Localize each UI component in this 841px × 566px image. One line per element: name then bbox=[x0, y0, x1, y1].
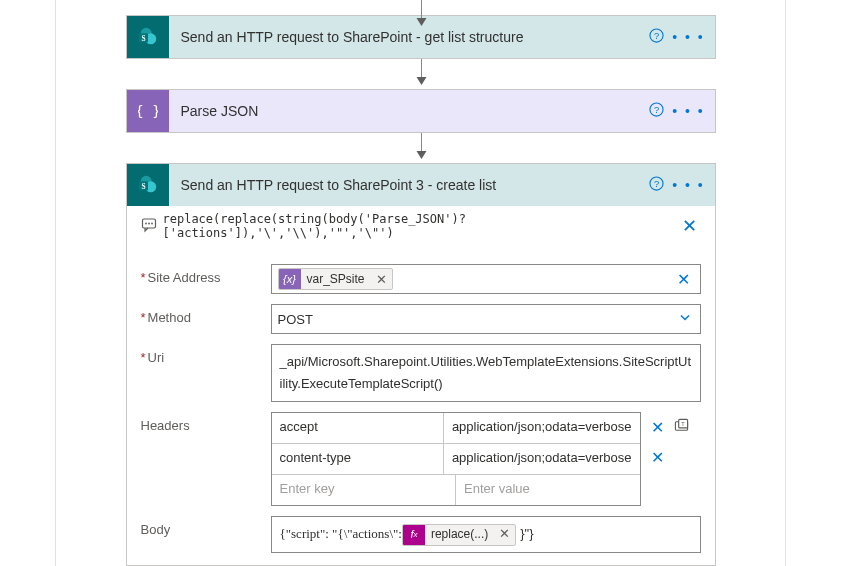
header-row-empty: Enter key Enter value bbox=[272, 474, 640, 505]
flow-arrow bbox=[56, 59, 785, 89]
flow-arrow bbox=[56, 0, 785, 15]
comment-icon bbox=[141, 217, 157, 236]
body-input[interactable]: {"script": "{\"actions\": fx replace(...… bbox=[271, 516, 701, 553]
header-key-input[interactable]: accept bbox=[272, 413, 443, 443]
peek-expression-text: replace(replace(string(body('Parse_JSON'… bbox=[157, 212, 678, 240]
delete-header-icon[interactable]: ✕ bbox=[647, 448, 668, 467]
close-icon[interactable]: ✕ bbox=[678, 215, 701, 237]
svg-point-18 bbox=[151, 222, 153, 224]
label-body: Body bbox=[141, 516, 271, 537]
svg-text:?: ? bbox=[654, 31, 659, 41]
more-icon[interactable]: • • • bbox=[671, 29, 707, 45]
action-card-parse-json[interactable]: { } Parse JSON ? • • • bbox=[126, 89, 716, 133]
svg-text:?: ? bbox=[654, 105, 659, 115]
site-address-input[interactable]: {x} var_SPsite ✕ ✕ bbox=[271, 264, 701, 294]
header-key-input[interactable]: Enter key bbox=[272, 475, 456, 505]
sharepoint-icon: S bbox=[127, 16, 169, 58]
label-method: Method bbox=[141, 304, 271, 325]
variable-icon: {x} bbox=[279, 268, 301, 290]
method-select[interactable]: POST bbox=[271, 304, 701, 334]
remove-token-icon[interactable]: ✕ bbox=[371, 272, 392, 287]
more-icon[interactable]: • • • bbox=[671, 103, 707, 119]
help-icon[interactable]: ? bbox=[643, 102, 671, 120]
token-var-spsite[interactable]: {x} var_SPsite ✕ bbox=[278, 268, 393, 290]
svg-text:{ }: { } bbox=[138, 103, 158, 119]
svg-text:?: ? bbox=[654, 179, 659, 189]
svg-text:S: S bbox=[141, 34, 145, 43]
peek-expression-row: replace(replace(string(body('Parse_JSON'… bbox=[127, 206, 715, 254]
clear-field-icon[interactable]: ✕ bbox=[673, 270, 694, 289]
header-row: accept application/json;odata=verbose bbox=[272, 413, 640, 443]
uri-input[interactable]: _api/Microsoft.Sharepoint.Utilities.WebT… bbox=[271, 344, 701, 402]
svg-text:S: S bbox=[141, 182, 145, 191]
headers-table: accept application/json;odata=verbose co… bbox=[271, 412, 641, 506]
label-headers: Headers bbox=[141, 412, 271, 433]
card-title: Send an HTTP request to SharePoint - get… bbox=[169, 29, 643, 45]
expression-icon: fx bbox=[403, 524, 425, 546]
header-value-input[interactable]: Enter value bbox=[455, 475, 640, 505]
svg-point-16 bbox=[145, 222, 147, 224]
help-icon[interactable]: ? bbox=[643, 28, 671, 46]
help-icon[interactable]: ? bbox=[643, 176, 671, 194]
svg-text:T: T bbox=[681, 421, 685, 427]
flow-arrow bbox=[56, 133, 785, 163]
header-key-input[interactable]: content-type bbox=[272, 444, 443, 474]
remove-token-icon[interactable]: ✕ bbox=[494, 524, 515, 546]
action-card-sharepoint-createlist: S Send an HTTP request to SharePoint 3 -… bbox=[126, 163, 716, 566]
label-site-address: Site Address bbox=[141, 264, 271, 285]
label-uri: Uri bbox=[141, 344, 271, 365]
card-title: Parse JSON bbox=[169, 103, 643, 119]
switch-mode-icon[interactable]: T bbox=[674, 418, 689, 436]
card-title: Send an HTTP request to SharePoint 3 - c… bbox=[169, 177, 643, 193]
header-value-input[interactable]: application/json;odata=verbose bbox=[443, 444, 640, 474]
sharepoint-icon: S bbox=[127, 164, 169, 206]
parse-json-icon: { } bbox=[127, 90, 169, 132]
card-header[interactable]: S Send an HTTP request to SharePoint 3 -… bbox=[127, 164, 715, 206]
chevron-down-icon bbox=[678, 311, 692, 328]
svg-point-17 bbox=[148, 222, 150, 224]
delete-header-icon[interactable]: ✕ bbox=[647, 418, 668, 437]
token-fx-replace[interactable]: fx replace(...) ✕ bbox=[402, 524, 516, 546]
more-icon[interactable]: • • • bbox=[671, 177, 707, 193]
header-value-input[interactable]: application/json;odata=verbose bbox=[443, 413, 640, 443]
header-row: content-type application/json;odata=verb… bbox=[272, 443, 640, 474]
